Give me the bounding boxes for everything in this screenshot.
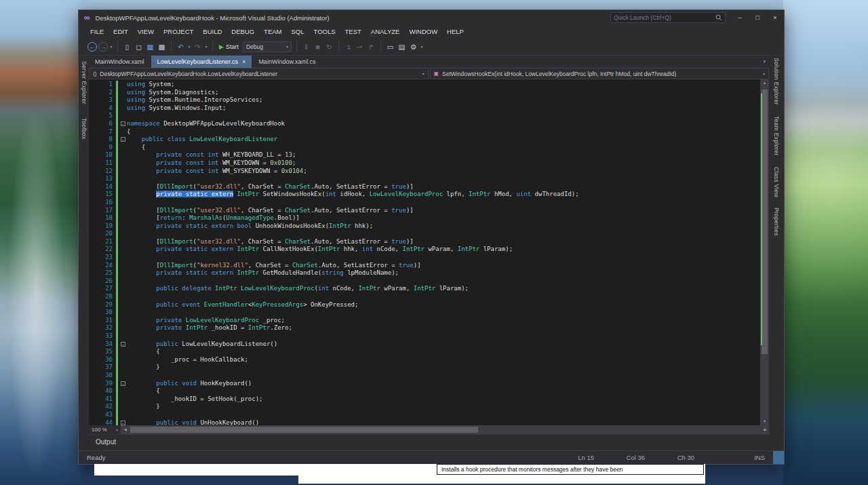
menu-test[interactable]: TEST: [340, 25, 366, 38]
fold-marker[interactable]: [119, 285, 127, 293]
code-line[interactable]: 8- public class LowLevelKeyboardListener: [89, 136, 760, 144]
menu-analyze[interactable]: ANALYZE: [366, 25, 405, 38]
fold-marker[interactable]: [119, 332, 127, 341]
code-line[interactable]: 37 }: [89, 364, 760, 372]
code-line[interactable]: 21 [DllImport("user32.dll", CharSet = Ch…: [89, 238, 760, 246]
code-line[interactable]: 39- public void HookKeyboard(): [89, 380, 760, 388]
forward-icon[interactable]: →: [98, 42, 108, 52]
code-line[interactable]: 13: [89, 175, 760, 183]
code-line[interactable]: 40 {: [89, 387, 760, 395]
scroll-right-icon[interactable]: ▶: [762, 425, 769, 434]
menu-debug[interactable]: DEBUG: [226, 25, 259, 38]
menu-project[interactable]: PROJECT: [159, 25, 198, 38]
collapse-icon[interactable]: -: [121, 421, 125, 425]
fold-marker[interactable]: [119, 395, 127, 404]
fold-marker[interactable]: [119, 112, 127, 120]
code-line[interactable]: 42 }: [89, 403, 760, 411]
code-line[interactable]: 18 [return: MarshalAs(UnmanagedType.Bool…: [89, 214, 760, 222]
tool-tab-team-explorer[interactable]: Team Explorer: [773, 116, 780, 156]
step-out-icon[interactable]: ↱: [366, 41, 377, 52]
fold-marker[interactable]: [119, 277, 127, 286]
fold-marker[interactable]: -: [119, 341, 127, 349]
code-line[interactable]: 43: [89, 411, 760, 419]
code-line[interactable]: 12 private const int WM_SYSKEYDOWN = 0x0…: [89, 168, 760, 176]
step-into-icon[interactable]: ↴: [342, 41, 354, 52]
start-button[interactable]: ▶Start: [219, 43, 239, 50]
code-line[interactable]: 34- public LowLevelKeyboardListener(): [89, 341, 760, 349]
code-line[interactable]: 27 public delegate IntPtr LowLevelKeyboa…: [89, 285, 760, 293]
tab-mainwindow-xaml-cs[interactable]: MainWindow.xaml.cs: [252, 56, 321, 68]
fold-marker[interactable]: [119, 262, 127, 270]
debug-target-combo[interactable]: Debug▾: [243, 41, 292, 52]
step-over-icon[interactable]: ⇀: [354, 41, 366, 52]
nav-caret-icon[interactable]: ▾: [108, 41, 114, 52]
fold-marker[interactable]: -: [119, 136, 127, 144]
fold-marker[interactable]: [119, 191, 127, 199]
fold-marker[interactable]: [119, 411, 127, 419]
code-line[interactable]: 26: [89, 277, 760, 286]
code-line[interactable]: 38: [89, 372, 760, 380]
code-line[interactable]: 17 [DllImport("user32.dll", CharSet = Ch…: [89, 207, 760, 215]
code-editor[interactable]: 1using System;2using System.Diagnostics;…: [89, 79, 769, 425]
fold-marker[interactable]: [119, 207, 127, 215]
code-line[interactable]: 35 {: [89, 348, 760, 356]
code-line[interactable]: 11 private const int WM_KEYDOWN = 0x0100…: [89, 159, 760, 168]
fold-marker[interactable]: [119, 214, 127, 222]
tool-tab-toolbox[interactable]: Toolbox: [81, 118, 87, 139]
fold-marker[interactable]: [119, 293, 127, 301]
properties-window-icon[interactable]: ⚙: [408, 41, 419, 52]
quick-launch-box[interactable]: [610, 12, 726, 23]
code-line[interactable]: 14 [DllImport("user32.dll", CharSet = Ch…: [89, 183, 760, 191]
fold-marker[interactable]: [119, 168, 127, 176]
code-line[interactable]: 2using System.Diagnostics;: [89, 89, 760, 97]
collapse-icon[interactable]: -: [121, 121, 125, 126]
fold-marker[interactable]: [119, 144, 127, 152]
close-tab-icon[interactable]: ×: [242, 56, 245, 68]
fold-marker[interactable]: [119, 372, 127, 380]
code-line[interactable]: 20: [89, 230, 760, 238]
scroll-left-icon[interactable]: ◀: [121, 425, 129, 434]
undo-caret-icon[interactable]: ▾: [186, 41, 192, 52]
fold-marker[interactable]: [119, 246, 127, 254]
code-line[interactable]: 3using System.Runtime.InteropServices;: [89, 96, 760, 104]
fold-marker[interactable]: [119, 104, 127, 113]
fold-marker[interactable]: [119, 403, 127, 411]
type-dropdown[interactable]: {} DesktopWPFAppLowLevelKeyboardHook.Low…: [89, 68, 429, 79]
fold-marker[interactable]: [119, 89, 127, 97]
menu-sql[interactable]: SQL: [287, 25, 309, 38]
code-line[interactable]: 41 _hookID = SetHook(_proc);: [89, 395, 760, 404]
collapse-icon[interactable]: -: [121, 381, 125, 386]
scrollbar-thumb[interactable]: [762, 90, 768, 354]
resize-grip[interactable]: [773, 451, 784, 464]
fold-marker[interactable]: [119, 151, 127, 159]
fold-marker[interactable]: -: [119, 120, 127, 128]
code-line[interactable]: 4using System.Windows.Input;: [89, 104, 760, 113]
fold-marker[interactable]: [119, 238, 127, 246]
fold-marker[interactable]: [119, 199, 127, 207]
maximize-button[interactable]: □: [749, 10, 766, 25]
code-line[interactable]: 23: [89, 254, 760, 262]
fold-marker[interactable]: [119, 183, 127, 191]
menu-help[interactable]: HELP: [442, 25, 469, 38]
menu-edit[interactable]: EDIT: [108, 25, 133, 38]
redo-caret-icon[interactable]: ▾: [203, 41, 209, 52]
code-line[interactable]: 15 private static extern IntPtr SetWindo…: [89, 191, 760, 199]
fold-marker[interactable]: [119, 159, 127, 168]
fold-marker[interactable]: [119, 269, 127, 277]
pause-icon[interactable]: ‖: [300, 41, 312, 52]
tool-tab-properties[interactable]: Properties: [773, 208, 780, 236]
code-line[interactable]: 16: [89, 199, 760, 207]
member-dropdown[interactable]: ▣ SetWindowsHookEx(int idHook, LowLevelK…: [430, 68, 770, 79]
new-file-icon[interactable]: ▯: [121, 41, 133, 52]
minimize-button[interactable]: –: [731, 10, 749, 25]
tool-tab-class-view[interactable]: Class View: [773, 167, 780, 197]
fold-marker[interactable]: [119, 387, 127, 395]
restart-icon[interactable]: ↻: [323, 41, 335, 52]
code-line[interactable]: 19 private static extern bool UnhookWind…: [89, 222, 760, 231]
code-line[interactable]: 10 private const int WH_KEYBOARD_LL = 13…: [89, 151, 760, 159]
fold-marker[interactable]: [119, 309, 127, 317]
tab-mainwindow-xaml[interactable]: MainWindow.xaml: [89, 56, 151, 68]
fold-marker[interactable]: [119, 175, 127, 183]
back-icon[interactable]: ←: [87, 42, 97, 52]
code-line[interactable]: 33: [89, 332, 760, 341]
